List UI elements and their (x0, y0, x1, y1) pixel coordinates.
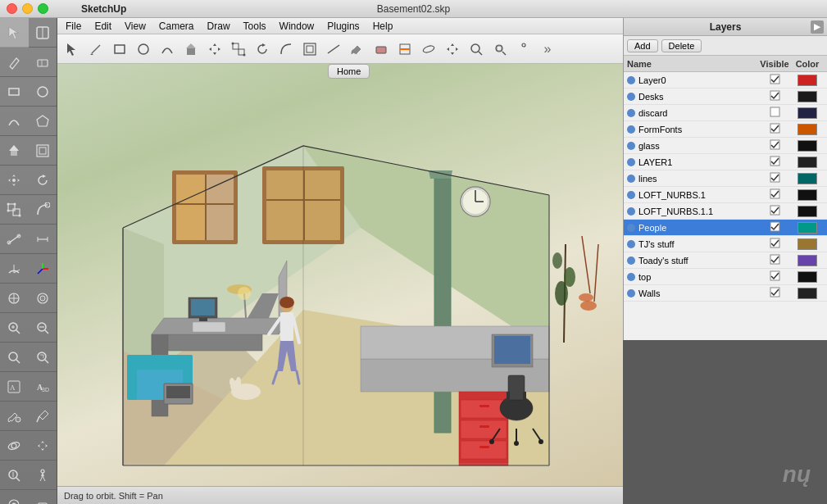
tool-pencil[interactable] (0, 48, 29, 77)
layer-color-swatch[interactable] (791, 173, 824, 184)
layer-color-swatch[interactable] (791, 271, 824, 283)
layer-row[interactable]: Layer0 (624, 72, 827, 89)
tool-polygon[interactable] (29, 107, 57, 136)
tool-section-plane[interactable] (0, 284, 29, 313)
layer-color-swatch[interactable] (791, 91, 824, 102)
tool-zoom-in[interactable] (0, 313, 29, 343)
toolbar-arc[interactable] (156, 38, 179, 61)
layer-color-swatch[interactable] (791, 107, 824, 119)
layer-row[interactable]: top (624, 269, 827, 285)
layer-color-swatch[interactable] (791, 124, 824, 135)
layer-row[interactable]: LOFT_NURBS.1 (624, 187, 827, 203)
toolbar-rotate[interactable] (251, 38, 274, 61)
layer-row[interactable]: FormFonts (624, 121, 827, 138)
tool-walk[interactable] (29, 461, 57, 490)
menu-draw[interactable]: Draw (201, 20, 237, 33)
tool-eraser[interactable] (29, 48, 57, 77)
menu-edit[interactable]: Edit (88, 20, 118, 33)
tool-zoom-out[interactable] (29, 313, 57, 343)
toolbar-select[interactable] (61, 38, 84, 61)
layer-row[interactable]: glass (624, 138, 827, 154)
layer-visible-checkbox[interactable] (758, 205, 791, 218)
toolbar-paintbucket[interactable] (346, 38, 369, 61)
tool-protractor[interactable] (0, 254, 29, 284)
tool-orbit[interactable] (0, 431, 29, 461)
toolbar-offset[interactable] (298, 38, 321, 61)
tool-followme[interactable] (29, 195, 57, 225)
tool-zoom-window[interactable] (0, 343, 29, 372)
tool-zoom[interactable] (0, 461, 29, 490)
viewport[interactable] (57, 64, 623, 486)
layer-color-swatch[interactable] (791, 157, 824, 168)
window-controls[interactable] (7, 3, 48, 14)
layer-visible-checkbox[interactable] (758, 123, 791, 136)
toolbar-eraser[interactable] (370, 38, 393, 61)
layer-color-swatch[interactable] (791, 238, 824, 250)
layer-row[interactable]: lines (624, 170, 827, 187)
toolbar-move[interactable] (203, 38, 226, 61)
layer-visible-checkbox[interactable] (758, 270, 791, 284)
toolbar-pencil[interactable] (84, 38, 107, 61)
toolbar-tape[interactable] (322, 38, 345, 61)
layer-visible-checkbox[interactable] (758, 188, 791, 202)
tool-dimension[interactable] (29, 225, 57, 254)
toolbar-more[interactable]: » (536, 38, 559, 61)
layer-visible-checkbox[interactable] (758, 287, 791, 300)
tool-section-display[interactable] (29, 284, 57, 313)
layer-color-swatch[interactable] (791, 288, 824, 299)
tool-look-around[interactable] (0, 490, 29, 504)
layer-row[interactable]: LOFT_NURBS.1.1 (624, 203, 827, 220)
tool-paint-bucket[interactable] (0, 402, 29, 431)
layer-row[interactable]: Walls (624, 285, 827, 302)
tool-select[interactable] (0, 18, 29, 48)
add-layer-button[interactable]: Add (627, 39, 658, 52)
layer-color-swatch[interactable] (791, 140, 824, 152)
tool-move[interactable] (0, 166, 29, 195)
toolbar-scale[interactable] (227, 38, 250, 61)
menu-view[interactable]: View (118, 20, 152, 33)
tool-scale[interactable] (0, 195, 29, 225)
tool-pan[interactable] (29, 431, 57, 461)
close-button[interactable] (7, 3, 17, 14)
layer-color-swatch[interactable] (791, 75, 824, 86)
tool-rectangle[interactable] (0, 77, 29, 107)
layer-visible-checkbox[interactable] (758, 221, 791, 234)
layer-row[interactable]: Toady's stuff (624, 252, 827, 269)
toolbar-walkthrough[interactable] (512, 38, 535, 61)
toolbar-orbit[interactable] (417, 38, 440, 61)
toolbar-section[interactable] (393, 38, 416, 61)
layer-row[interactable]: LAYER1 (624, 154, 827, 170)
layer-visible-checkbox[interactable] (758, 172, 791, 185)
menu-tools[interactable]: Tools (237, 20, 273, 33)
layer-visible-checkbox[interactable] (758, 238, 791, 251)
toolbar-zoom[interactable] (465, 38, 488, 61)
layers-menu-arrow[interactable]: ▶ (811, 20, 824, 34)
menu-camera[interactable]: Camera (152, 20, 201, 33)
layer-color-swatch[interactable] (791, 189, 824, 201)
tool-3dtext[interactable]: A3D (29, 372, 57, 402)
toolbar-pan[interactable] (441, 38, 464, 61)
tool-zoom-extents[interactable] (29, 343, 57, 372)
tool-circle[interactable] (29, 77, 57, 107)
tool-position-camera[interactable] (29, 490, 57, 504)
layer-visible-checkbox[interactable] (758, 90, 791, 103)
menu-file[interactable]: File (59, 20, 88, 33)
menu-window[interactable]: Window (273, 20, 321, 33)
layer-row[interactable]: People (624, 220, 827, 236)
layer-color-swatch[interactable] (791, 206, 824, 217)
tool-push-pull[interactable] (0, 136, 29, 166)
layer-visible-checkbox[interactable] (758, 74, 791, 87)
tool-text[interactable]: A (0, 372, 29, 402)
tool-axes[interactable] (29, 254, 57, 284)
layer-visible-checkbox[interactable] (758, 139, 791, 152)
layer-visible-checkbox[interactable] (758, 107, 791, 120)
layer-color-swatch[interactable] (791, 255, 824, 266)
maximize-button[interactable] (38, 3, 48, 14)
tool-offset[interactable] (29, 136, 57, 166)
toolbar-followme[interactable] (275, 38, 298, 61)
toolbar-pushpull[interactable] (179, 38, 202, 61)
menu-help[interactable]: Help (366, 20, 400, 33)
menu-plugins[interactable]: Plugins (320, 20, 366, 33)
toolbar-rect[interactable] (108, 38, 131, 61)
layer-visible-checkbox[interactable] (758, 156, 791, 169)
